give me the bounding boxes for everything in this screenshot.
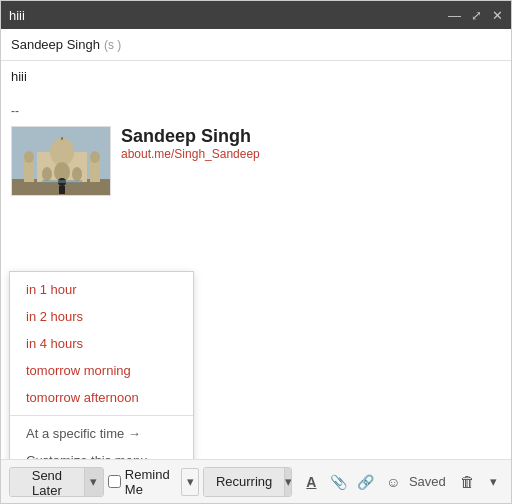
window-controls: — ⤢ ✕ (448, 8, 503, 23)
more-button[interactable]: ▾ (483, 468, 503, 496)
trash-button[interactable]: 🗑 (456, 468, 479, 496)
remind-me-checkbox[interactable] (108, 475, 121, 488)
signature-block: -- (11, 104, 501, 118)
recurring-button[interactable]: Recurring (204, 468, 284, 496)
body-text: hiii (11, 69, 501, 84)
saved-label: Saved (409, 474, 446, 489)
svg-rect-14 (42, 180, 82, 183)
signature-content: Sandeep Singh about.me/Singh_Sandeep (11, 126, 501, 196)
svg-point-6 (24, 151, 34, 163)
link-icon: 🔗 (357, 474, 374, 490)
title-bar: hiii — ⤢ ✕ (1, 1, 511, 29)
emoji-icon: ☺ (386, 474, 400, 490)
emoji-button[interactable]: ☺ (382, 468, 405, 496)
compose-window: hiii — ⤢ ✕ Sandeep Singh (s ) hiii -- (0, 0, 512, 504)
attach-icon: 📎 (330, 474, 347, 490)
avatar-image (12, 127, 111, 196)
close-button[interactable]: ✕ (492, 8, 503, 23)
send-later-dropdown: in 1 hour in 2 hours in 4 hours tomorrow… (9, 271, 194, 459)
dropdown-item-tomorrow-afternoon[interactable]: tomorrow afternoon (10, 384, 193, 411)
send-later-button[interactable]: Send Later (10, 468, 84, 496)
remind-me-dropdown-arrow[interactable]: ▾ (181, 468, 199, 496)
remind-me-group: Remind Me ▾ (108, 467, 199, 497)
svg-point-10 (42, 167, 52, 181)
trash-icon: 🗑 (460, 473, 475, 490)
format-icon: A (306, 474, 316, 490)
minimize-button[interactable]: — (448, 8, 461, 23)
signature-link[interactable]: about.me/Singh_Sandeep (121, 147, 260, 161)
recipient-name: Sandeep Singh (11, 37, 100, 52)
compose-toolbar: Send Later ▾ Remind Me ▾ Recurring ▾ A (1, 459, 511, 503)
svg-point-8 (90, 151, 100, 163)
link-button[interactable]: 🔗 (354, 468, 377, 496)
svg-point-11 (72, 167, 82, 181)
recipient-addr: (s ) (104, 38, 121, 52)
email-to-field: Sandeep Singh (s ) (11, 37, 501, 52)
email-header: Sandeep Singh (s ) (1, 29, 511, 61)
dropdown-item-1hour[interactable]: in 1 hour (10, 276, 193, 303)
dropdown-item-2hours[interactable]: in 2 hours (10, 303, 193, 330)
more-icon: ▾ (490, 474, 497, 489)
maximize-button[interactable]: ⤢ (471, 8, 482, 23)
remind-me-label: Remind Me (125, 467, 177, 497)
dropdown-item-4hours[interactable]: in 4 hours (10, 330, 193, 357)
send-later-dropdown-arrow[interactable]: ▾ (84, 468, 103, 496)
remind-arrow-icon: ▾ (187, 474, 194, 489)
signature-avatar (11, 126, 111, 196)
dropdown-item-tomorrow-morning[interactable]: tomorrow morning (10, 357, 193, 384)
attach-button[interactable]: 📎 (327, 468, 350, 496)
email-body[interactable]: hiii -- (1, 61, 511, 459)
recurring-group: Recurring ▾ (203, 467, 292, 497)
svg-rect-13 (59, 186, 65, 194)
recurring-arrow-icon: ▾ (285, 474, 291, 489)
dropdown-divider (10, 415, 193, 416)
format-button[interactable]: A (300, 468, 323, 496)
send-later-arrow-icon: ▾ (90, 474, 97, 489)
recurring-dropdown-arrow[interactable]: ▾ (284, 468, 291, 496)
dropdown-item-customize[interactable]: Customize this menu → (10, 447, 193, 459)
window-title: hiii (9, 8, 448, 23)
signature-sep: -- (11, 104, 19, 118)
svg-point-3 (50, 138, 74, 166)
signature-info: Sandeep Singh about.me/Singh_Sandeep (121, 126, 260, 161)
signature-name: Sandeep Singh (121, 126, 260, 147)
send-later-group: Send Later ▾ (9, 467, 104, 497)
dropdown-item-specific-time[interactable]: At a specific time → (10, 420, 193, 447)
